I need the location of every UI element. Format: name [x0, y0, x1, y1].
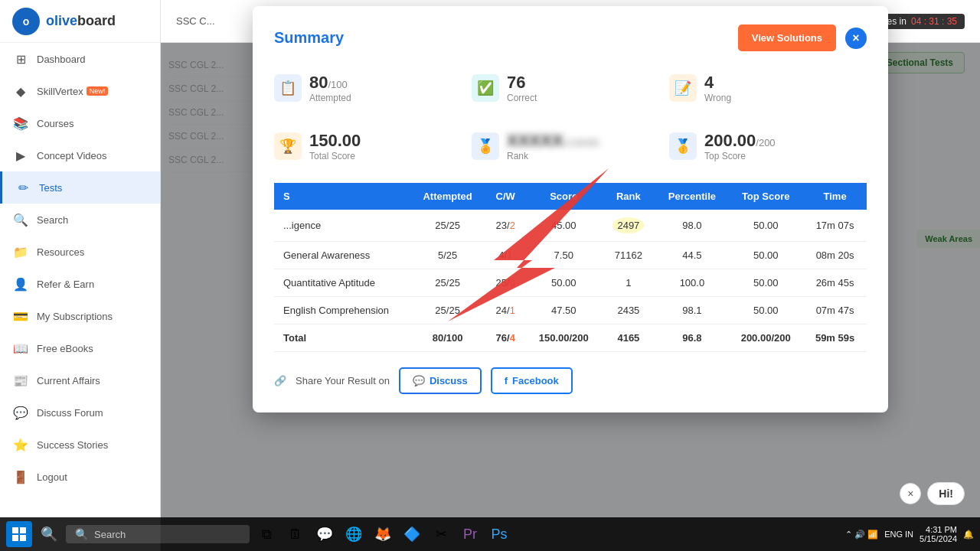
sidebar-item-my-subscriptions[interactable]: 💳 My Subscriptions	[0, 300, 160, 332]
sidebar-item-concept-videos[interactable]: ▶ Concept Videos	[0, 139, 160, 171]
discuss-button[interactable]: 💬 Discuss	[399, 367, 482, 394]
sidebar-item-label: Dashboard	[37, 54, 86, 65]
taskbar-notification: 🔔	[963, 530, 974, 540]
cw-cell: 76/4	[485, 324, 526, 352]
rank-cell: 2435	[601, 297, 655, 324]
time-cell: 08m 20s	[803, 242, 867, 269]
total-score-icon: 🏆	[274, 132, 302, 160]
share-icon: 🔗	[274, 375, 286, 386]
taskbar-edge-icon[interactable]: 🔷	[400, 522, 424, 546]
score-cell: 47.50	[526, 297, 601, 324]
stat-rank: 🏅 XXXXX/128096 Rank	[472, 125, 669, 168]
percentile-cell: 100.0	[656, 269, 729, 297]
sidebar-item-courses[interactable]: 📚 Courses	[0, 107, 160, 139]
stat-attempted: 📋 80/100 Attempted	[274, 67, 472, 109]
percentile-cell: 98.0	[656, 210, 729, 242]
taskbar-chrome-icon[interactable]: 🌐	[341, 522, 366, 546]
stats-row-2: 🏆 150.00 Total Score 🏅 XXXXX/128096 Rank…	[274, 125, 867, 168]
correct-icon: ✅	[472, 74, 499, 102]
taskbar-search-icon: 🔍	[37, 522, 61, 546]
courses-icon: 📚	[12, 115, 29, 132]
attempted-cell: 80/100	[410, 324, 485, 352]
sidebar-item-free-ebooks[interactable]: 📖 Free eBooks	[0, 332, 160, 364]
sidebar-item-logout[interactable]: 🚪 Logout	[0, 461, 160, 493]
top-score-cell: 50.00	[728, 210, 803, 242]
subject-cell: General Awareness	[274, 242, 410, 269]
correct-label: Correct	[507, 93, 537, 103]
taskbar-snip-icon[interactable]: ✂	[429, 522, 453, 546]
logout-icon: 🚪	[12, 468, 29, 485]
time-cell: 26m 45s	[803, 269, 867, 297]
col-cw: C/W	[485, 183, 526, 210]
sidebar-item-label: Discuss Forum	[37, 407, 103, 419]
new-badge: New!	[87, 86, 109, 96]
summary-modal: Summary View Solutions × 📋 80/100 Attemp…	[253, 6, 888, 412]
score-cell: 45.00	[526, 210, 601, 242]
taskbar-firefox-icon[interactable]: 🦊	[371, 522, 395, 546]
refer-earn-icon: 👤	[12, 276, 29, 292]
weather-temp: 31°C	[15, 496, 59, 505]
score-cell: 150.00/200	[526, 324, 601, 352]
taskbar-chat-icon[interactable]: 💬	[312, 522, 337, 546]
svg-rect-4	[20, 535, 26, 541]
search-icon: 🔍	[12, 211, 29, 228]
discuss-icon: 💬	[413, 375, 425, 386]
sidebar-item-label: SkillVertex	[37, 86, 83, 97]
taskbar-right: ⌃ 🔊 📶 ENG IN 4:31 PM 5/15/2024 🔔	[845, 525, 974, 543]
stats-row-1: 📋 80/100 Attempted ✅ 76 Correct 📝 4 Wron…	[274, 67, 867, 109]
nav-items: ⊞ Dashboard ◆ SkillVertex New! 📚 Courses…	[0, 43, 160, 551]
sidebar-item-search[interactable]: 🔍 Search	[0, 204, 160, 236]
subscriptions-icon: 💳	[12, 308, 29, 324]
rank-icon: 🏅	[472, 132, 499, 160]
taskbar-photoshop-icon[interactable]: Ps	[487, 522, 511, 546]
percentile-cell: 44.5	[656, 242, 729, 269]
taskbar-premiere-icon[interactable]: Pr	[458, 522, 482, 546]
sidebar-item-discuss-forum[interactable]: 💬 Discuss Forum	[0, 396, 160, 429]
attempted-cell: 25/25	[410, 210, 485, 242]
attempted-value: 80/100	[309, 73, 351, 93]
sidebar-item-tests[interactable]: ✏ Tests	[0, 171, 160, 204]
sidebar-item-success-stories[interactable]: ⭐ Success Stories	[0, 429, 160, 461]
current-affairs-icon: 📰	[12, 372, 29, 389]
table-row: General Awareness 5/25 4/1 7.50 71162 44…	[274, 242, 867, 269]
correct-value: 76	[507, 73, 537, 93]
wrong-value: 4	[704, 73, 731, 93]
taskbar-multitask-icon[interactable]: ⧉	[254, 522, 279, 546]
subject-cell: Quantitative Aptitude	[274, 269, 410, 297]
chat-close-button[interactable]: ×	[900, 483, 921, 504]
logo-text: oliveboard	[46, 13, 116, 29]
sidebar-item-resources[interactable]: 📁 Resources	[0, 236, 160, 268]
rank-cell: 71162	[601, 242, 655, 269]
discuss-forum-icon: 💬	[12, 404, 29, 421]
score-cell: 50.00	[526, 269, 601, 297]
col-top-score: Top Score	[728, 183, 803, 210]
sidebar-item-current-affairs[interactable]: 📰 Current Affairs	[0, 364, 160, 396]
close-button[interactable]: ×	[845, 28, 867, 49]
taskbar-search[interactable]: 🔍 Search	[66, 525, 250, 543]
weather-bar: 🌡 31°C Feels hotter	[3, 496, 59, 514]
sidebar-item-refer-earn[interactable]: 👤 Refer & Earn	[0, 268, 160, 300]
svg-rect-3	[12, 535, 18, 541]
attempted-icon: 📋	[274, 74, 302, 102]
sidebar-item-dashboard[interactable]: ⊞ Dashboard	[0, 43, 160, 75]
start-button[interactable]	[6, 521, 32, 547]
sidebar-item-label: Success Stories	[37, 439, 108, 451]
sidebar-item-skillvertex[interactable]: ◆ SkillVertex New!	[0, 75, 160, 107]
sidebar-item-label: Logout	[37, 471, 67, 483]
score-cell: 7.50	[526, 242, 601, 269]
sidebar-item-label: Concept Videos	[37, 150, 107, 161]
col-score: Score	[526, 183, 601, 210]
taskbar-widget-icon[interactable]: 🗓	[283, 522, 308, 546]
facebook-button[interactable]: f Facebook	[491, 367, 573, 394]
main-content: SSC C... 30% Off ⏱ Expires in 04 : 31 : …	[161, 0, 980, 551]
sidebar-item-label: Courses	[37, 118, 74, 129]
view-solutions-button[interactable]: View Solutions	[738, 24, 836, 51]
sidebar-item-label: Tests	[39, 182, 62, 194]
table-row: Quantitative Aptitude 25/25 25/0 50.00 1…	[274, 269, 867, 297]
modal-header-right: View Solutions ×	[738, 24, 867, 51]
percentile-cell: 98.1	[656, 297, 729, 324]
svg-rect-2	[20, 527, 26, 533]
rank-value: XXXXX/128096	[507, 131, 599, 151]
col-time: Time	[803, 183, 867, 210]
taskbar-lang: ENG IN	[884, 530, 913, 539]
